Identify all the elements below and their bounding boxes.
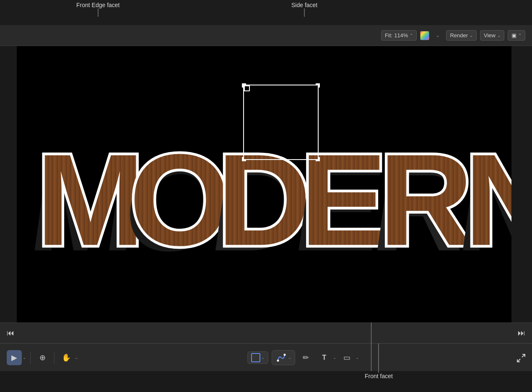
front-facet-annotation-line <box>371 322 371 371</box>
orbit-icon: ⊕ <box>39 353 46 362</box>
panel-tool-button[interactable]: ▭ <box>340 350 355 365</box>
expand-icon <box>516 353 526 363</box>
paint-icon: ✏ <box>303 353 309 362</box>
select-tool-button[interactable]: ▶ <box>7 350 22 365</box>
svg-line-20 <box>517 359 520 362</box>
view-button[interactable]: View ⌄ <box>480 30 504 41</box>
top-toolbar: Fit: 114% ⌃ ⌄ Render ⌄ View ⌄ ▣ ⌃ <box>0 25 532 46</box>
pan-icon: ✋ <box>62 353 71 362</box>
timeline-start-button[interactable]: ⏮ <box>7 329 14 338</box>
select-tool-dropdown[interactable]: ⌄ <box>23 355 26 360</box>
annotation-area: Front Edge facet Side facet <box>0 0 532 25</box>
modern-text-svg: M M O O D D E E R R N N <box>17 46 511 322</box>
view-chevron: ⌄ <box>497 33 501 38</box>
toolbar-separator-1 <box>30 351 31 364</box>
expand-button[interactable] <box>516 353 526 365</box>
svg-text:N: N <box>464 127 511 273</box>
bezier-icon <box>277 353 286 362</box>
svg-line-19 <box>522 354 525 357</box>
shape-tool-group: ⌄ <box>247 351 268 364</box>
render-chevron: ⌄ <box>470 33 473 38</box>
front-edge-facet-label: Front Edge facet <box>76 2 120 8</box>
pan-tool-dropdown[interactable]: ⌄ <box>75 355 78 360</box>
svg-point-18 <box>283 353 285 356</box>
fit-label: Fit: <box>385 32 392 39</box>
orbit-tool-button[interactable]: ⊕ <box>35 350 50 365</box>
text-tool-dropdown[interactable]: ⌄ <box>333 355 336 360</box>
text-tool-group: T ⌄ <box>317 350 336 365</box>
bezier-tool-button[interactable] <box>275 352 287 364</box>
panel-icon: ▭ <box>343 353 350 362</box>
render-label: Render <box>450 32 468 39</box>
view-label: View <box>484 32 496 39</box>
paint-tool-button[interactable]: ✏ <box>298 350 314 365</box>
fit-chevron: ⌃ <box>410 33 413 38</box>
color-swatch[interactable] <box>420 31 429 40</box>
text-icon: T <box>322 354 327 361</box>
front-facet-label: Front facet <box>365 373 393 379</box>
timeline-area: ⏮ ⏭ <box>0 322 532 343</box>
bezier-tool-group: ⌄ <box>272 350 295 365</box>
pan-tool-button[interactable]: ✋ <box>59 350 74 365</box>
side-facet-label: Side facet <box>291 2 317 8</box>
panel-tool-group: ▭ ⌄ <box>340 350 359 365</box>
bezier-dropdown[interactable]: ⌄ <box>288 355 291 360</box>
canvas-area: M M O O D D E E R R N N <box>17 46 511 322</box>
timeline-end-button[interactable]: ⏭ <box>518 329 525 338</box>
fit-value: 114% <box>394 32 408 39</box>
shape-tool-dropdown[interactable]: ⌄ <box>261 355 265 360</box>
color-chevron[interactable]: ⌄ <box>433 31 443 39</box>
svg-point-17 <box>277 359 279 361</box>
rect-shape-tool[interactable] <box>251 353 260 362</box>
pan-tool-group: ✋ ⌄ <box>59 350 78 365</box>
bottom-toolbar: ▶ ⌄ ⊕ ✋ ⌄ ⌄ ⌄ <box>0 343 532 371</box>
select-tool-group: ▶ ⌄ <box>7 350 26 365</box>
fit-control[interactable]: Fit: 114% ⌃ <box>381 30 417 41</box>
toolbar-separator-2 <box>54 351 54 364</box>
select-icon: ▶ <box>11 353 17 362</box>
panel-tool-dropdown[interactable]: ⌄ <box>356 355 359 360</box>
layout-icon: ▣ <box>511 32 516 39</box>
layout-chevron: ⌃ <box>518 33 522 38</box>
render-button[interactable]: Render ⌄ <box>446 30 477 41</box>
layout-switcher[interactable]: ▣ ⌃ <box>508 30 525 41</box>
text-tool-button[interactable]: T <box>317 350 332 365</box>
